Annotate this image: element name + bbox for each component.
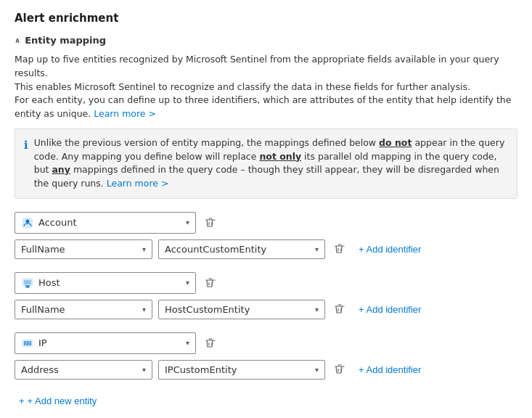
- page-title: Alert enrichment: [15, 12, 517, 25]
- host-entity-icon: [21, 276, 34, 290]
- identifier-dropdown-account[interactable]: FullName ▾: [15, 239, 152, 259]
- add-new-entity-button[interactable]: + + Add new entity: [15, 393, 101, 409]
- value-dropdown-host[interactable]: HostCustomEntity ▾: [158, 300, 325, 319]
- entity-block-account: Account ▾ FullName ▾ AccountCustomEntity…: [15, 212, 517, 259]
- account-entity-icon: [21, 216, 34, 229]
- host-dropdown-chevron: ▾: [186, 279, 189, 287]
- info-line1: Map up to five entities recognized by Mi…: [15, 54, 499, 78]
- identifier-label-host: FullName: [21, 304, 138, 315]
- learn-more-link-2[interactable]: Learn more >: [107, 178, 169, 189]
- identifier-label-ip: Address: [21, 364, 138, 375]
- identifier-label-account: FullName: [21, 244, 138, 255]
- info-text-block: Map up to five entities recognized by Mi…: [15, 53, 517, 121]
- value-label-account: AccountCustomEntity: [165, 244, 311, 255]
- entity-type-dropdown-host[interactable]: Host ▾: [15, 272, 196, 294]
- learn-more-link-1[interactable]: Learn more >: [94, 108, 156, 119]
- identifier-row-host: FullName ▾ HostCustomEntity ▾ + Add iden…: [15, 300, 517, 319]
- value-label-host: HostCustomEntity: [165, 304, 311, 315]
- account-entity-label: Account: [38, 217, 181, 228]
- svg-point-1: [26, 219, 30, 223]
- identifier-chevron-host: ▾: [142, 306, 146, 314]
- entity-type-row-ip: IP ▾: [15, 332, 517, 354]
- value-chevron-account: ▾: [315, 245, 319, 253]
- delete-identifier-host-button[interactable]: [331, 300, 348, 318]
- host-entity-label: Host: [38, 277, 181, 288]
- add-identifier-account-button[interactable]: + Add identifier: [354, 241, 425, 258]
- warning-box: ℹ Unlike the previous version of entity …: [15, 128, 517, 199]
- entity-block-ip: IP ▾ Address ▾ IPCustomEntity ▾ +: [15, 332, 517, 380]
- value-dropdown-account[interactable]: AccountCustomEntity ▾: [158, 239, 325, 259]
- entity-type-dropdown-ip[interactable]: IP ▾: [15, 332, 196, 354]
- svg-rect-7: [24, 280, 31, 284]
- ip-entity-icon: [21, 337, 34, 350]
- identifier-row-account: FullName ▾ AccountCustomEntity ▾ + Add i…: [15, 239, 517, 259]
- section-label: Entity mapping: [25, 35, 106, 46]
- delete-identifier-ip-button[interactable]: [331, 361, 348, 378]
- warning-text: Unlike the previous version of entity ma…: [34, 136, 508, 191]
- info-line2: This enables Microsoft Sentinel to recog…: [15, 81, 470, 92]
- identifier-dropdown-host[interactable]: FullName ▾: [15, 300, 152, 319]
- identifier-chevron-account: ▾: [142, 245, 146, 253]
- entity-block-host: Host ▾ FullName ▾ HostCustomEntity ▾: [15, 272, 517, 319]
- delete-host-button[interactable]: [202, 274, 219, 292]
- add-identifier-host-button[interactable]: + Add identifier: [354, 301, 425, 318]
- entity-type-row-host: Host ▾: [15, 272, 517, 294]
- entity-type-row-account: Account ▾: [15, 212, 517, 234]
- collapse-icon[interactable]: ∧: [15, 36, 20, 44]
- add-identifier-ip-button[interactable]: + Add identifier: [354, 361, 425, 378]
- add-entity-label: + Add new entity: [28, 396, 97, 406]
- value-dropdown-ip[interactable]: IPCustomEntity ▾: [158, 360, 325, 380]
- info-line3: For each entity, you can define up to th…: [15, 94, 511, 119]
- value-label-ip: IPCustomEntity: [165, 364, 311, 375]
- account-dropdown-chevron: ▾: [186, 218, 189, 226]
- info-circle-icon: ℹ: [24, 137, 28, 191]
- ip-dropdown-chevron: ▾: [186, 339, 189, 347]
- value-chevron-ip: ▾: [315, 366, 319, 374]
- value-chevron-host: ▾: [315, 306, 319, 314]
- delete-identifier-account-button[interactable]: [331, 240, 348, 258]
- delete-ip-button[interactable]: [202, 335, 219, 352]
- entity-type-dropdown-account[interactable]: Account ▾: [15, 212, 196, 234]
- add-entity-plus-icon: +: [19, 396, 25, 406]
- identifier-dropdown-ip[interactable]: Address ▾: [15, 360, 152, 380]
- identifier-chevron-ip: ▾: [142, 366, 146, 374]
- ip-entity-label: IP: [38, 337, 181, 348]
- delete-account-button[interactable]: [202, 214, 219, 231]
- identifier-row-ip: Address ▾ IPCustomEntity ▾ + Add identif…: [15, 360, 517, 380]
